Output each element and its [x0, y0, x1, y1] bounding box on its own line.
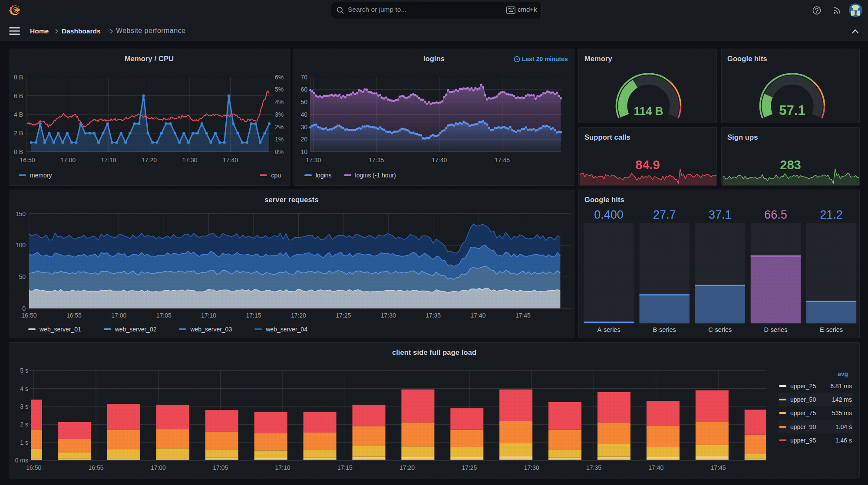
svg-text:17:35: 17:35: [426, 312, 441, 319]
svg-text:2 B: 2 B: [14, 130, 23, 137]
svg-text:17:30: 17:30: [182, 157, 197, 164]
svg-text:3%: 3%: [275, 111, 284, 118]
svg-text:114 B: 114 B: [634, 105, 663, 118]
svg-text:17:00: 17:00: [111, 312, 126, 319]
svg-text:B-series: B-series: [653, 326, 676, 333]
svg-text:D-series: D-series: [764, 326, 787, 333]
svg-text:20: 20: [300, 136, 307, 143]
svg-text:16:50: 16:50: [21, 312, 36, 319]
svg-text:16:55: 16:55: [89, 464, 104, 471]
svg-text:17:10: 17:10: [201, 312, 216, 319]
svg-text:16:50: 16:50: [26, 464, 41, 471]
svg-text:17:45: 17:45: [495, 157, 510, 164]
svg-text:27.7: 27.7: [653, 208, 676, 221]
svg-text:150: 150: [16, 210, 26, 217]
svg-text:17:45: 17:45: [515, 312, 531, 319]
svg-text:21.2: 21.2: [820, 208, 843, 221]
svg-text:2 s: 2 s: [20, 421, 28, 428]
svg-text:66.5: 66.5: [764, 208, 787, 221]
svg-text:E-series: E-series: [820, 326, 843, 333]
svg-text:17:45: 17:45: [711, 464, 726, 471]
svg-text:17:25: 17:25: [462, 464, 477, 471]
svg-text:17:20: 17:20: [291, 312, 306, 319]
svg-text:0: 0: [22, 305, 26, 312]
svg-text:17:30: 17:30: [524, 464, 539, 471]
svg-text:17:20: 17:20: [399, 464, 415, 471]
svg-text:0%: 0%: [275, 148, 284, 155]
svg-text:50: 50: [19, 273, 26, 280]
svg-text:17:15: 17:15: [246, 312, 261, 319]
svg-text:8 B: 8 B: [14, 74, 23, 81]
svg-text:5%: 5%: [275, 86, 284, 93]
svg-text:17:40: 17:40: [223, 157, 238, 164]
svg-text:17:40: 17:40: [648, 464, 663, 471]
svg-text:4 B: 4 B: [14, 111, 23, 118]
svg-text:17:30: 17:30: [381, 312, 396, 319]
svg-text:70: 70: [300, 74, 307, 81]
svg-text:40: 40: [300, 111, 307, 118]
svg-text:100: 100: [16, 242, 26, 249]
svg-text:3 s: 3 s: [20, 403, 28, 410]
svg-text:1%: 1%: [275, 136, 284, 143]
svg-text:4 s: 4 s: [20, 385, 28, 392]
svg-text:17:25: 17:25: [336, 312, 351, 319]
svg-text:57.1: 57.1: [779, 103, 805, 118]
svg-text:10: 10: [300, 148, 307, 155]
svg-text:0 ms: 0 ms: [15, 457, 28, 464]
svg-text:0.400: 0.400: [594, 208, 624, 221]
svg-text:2%: 2%: [275, 124, 284, 131]
svg-text:17:30: 17:30: [306, 157, 321, 164]
svg-text:17:00: 17:00: [60, 157, 76, 164]
svg-text:17:40: 17:40: [432, 157, 447, 164]
svg-text:30: 30: [300, 124, 307, 131]
svg-text:17:35: 17:35: [369, 157, 384, 164]
svg-text:4%: 4%: [275, 98, 284, 105]
svg-text:17:10: 17:10: [275, 464, 290, 471]
svg-text:60: 60: [300, 86, 307, 93]
svg-text:50: 50: [300, 98, 307, 105]
svg-text:C-series: C-series: [708, 326, 732, 333]
svg-text:0 B: 0 B: [14, 148, 23, 155]
svg-text:17:35: 17:35: [586, 464, 601, 471]
svg-text:17:10: 17:10: [101, 157, 116, 164]
svg-text:17:05: 17:05: [213, 464, 228, 471]
svg-text:6 B: 6 B: [14, 92, 23, 99]
svg-text:17:15: 17:15: [337, 464, 353, 471]
svg-text:17:00: 17:00: [151, 464, 166, 471]
svg-text:16:55: 16:55: [66, 312, 82, 319]
svg-text:5 s: 5 s: [20, 367, 28, 374]
svg-text:1 s: 1 s: [20, 439, 28, 446]
svg-text:17:05: 17:05: [156, 312, 172, 319]
svg-text:17:40: 17:40: [470, 312, 485, 319]
svg-text:6%: 6%: [275, 74, 284, 81]
svg-text:16:50: 16:50: [20, 157, 35, 164]
svg-text:17:20: 17:20: [142, 157, 157, 164]
svg-text:A-series: A-series: [597, 326, 620, 333]
svg-text:37.1: 37.1: [709, 208, 732, 221]
